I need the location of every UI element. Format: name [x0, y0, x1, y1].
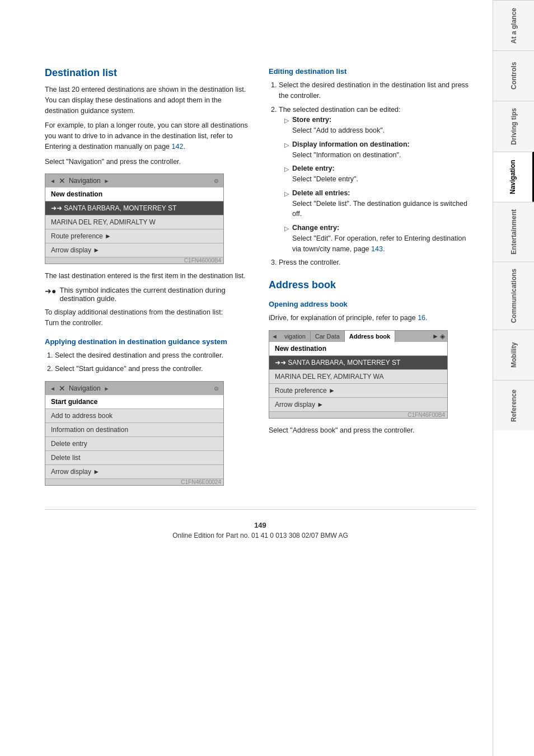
sidebar-tab-mobility[interactable]: Mobility	[493, 330, 534, 380]
bullet-display-info: ▷ Display information on destination:Sel…	[279, 139, 476, 161]
page-link-142[interactable]: 142	[172, 143, 184, 151]
bullet-tri-5: ▷	[284, 224, 289, 233]
applying-step-2: Select "Start guidance" and press the co…	[55, 364, 252, 374]
nav-header-settings: ⚙	[214, 178, 219, 184]
nav2-header-text: Navigation	[69, 384, 101, 392]
nav-row-arrow-display: Arrow display ►	[45, 243, 223, 257]
address-book-intro: iDrive, for explanation of principle, re…	[269, 313, 476, 323]
screen-caption-2: C1FN46E00024	[45, 479, 223, 485]
destination-list-title: Destination list	[45, 67, 252, 79]
bullet-tri-2: ▷	[284, 140, 289, 150]
nav-header-icon: ✕	[59, 176, 65, 185]
sidebar-tab-driving-tips[interactable]: Driving tips	[493, 101, 534, 152]
bullet-delete-all: ▷ Delete all entries:Select "Delete list…	[279, 188, 476, 219]
address-book-instruction: Select "Address book" and press the cont…	[269, 425, 476, 436]
nav-tab-navigation[interactable]: vigation	[280, 331, 311, 342]
nav-row-route-pref: Route preference ►	[45, 229, 223, 243]
editing-destination-title: Editing destination list	[269, 67, 476, 76]
sidebar-tab-entertainment[interactable]: Entertainment	[493, 202, 534, 261]
sidebar-tab-controls[interactable]: Controls	[493, 50, 534, 101]
sidebar-tab-reference[interactable]: Reference	[493, 380, 534, 430]
footer-text: Online Edition for Part no. 01 41 0 013 …	[45, 532, 476, 539]
screen-caption-1: C1FN46000B4	[45, 257, 223, 264]
nav-ab-row-route: Route preference ►	[269, 384, 447, 398]
editing-step-3: Press the controller.	[279, 257, 476, 268]
bullet-change-entry: ▷ Change entry:Select "Edit". For operat…	[279, 223, 476, 254]
nav2-row-delete-entry: Delete entry	[45, 437, 223, 451]
bullet-delete-entry: ▷ Delete entry:Select "Delete entry".	[279, 163, 476, 185]
bullet-tri-1: ▷	[284, 116, 289, 125]
screen-caption-3: C1FN46F00B4	[269, 412, 447, 418]
last-destination-note: The last destination entered is the firs…	[45, 271, 252, 281]
address-book-title: Address book	[269, 279, 476, 291]
nav2-header-arrow-left: ◄	[50, 386, 55, 392]
page-link-16[interactable]: 16	[418, 314, 425, 322]
nav-row-marina: MARINA DEL REY, ADMIRALTY W	[45, 215, 223, 229]
nav-ab-row-santa: ➜➜ SANTA BARBARA, MONTERREY ST	[269, 356, 447, 370]
nav2-header-settings: ⚙	[214, 386, 219, 392]
symbol-text: This symbol indicates the current destin…	[59, 286, 252, 303]
page-number: 149	[45, 521, 476, 529]
nav-ab-arrow-right: ►	[432, 332, 439, 340]
page-link-143[interactable]: 143	[371, 245, 383, 253]
nav2-header-icon: ✕	[59, 384, 65, 393]
nav2-row-start: Start guidance	[45, 395, 223, 409]
nav2-row-delete-list: Delete list	[45, 451, 223, 465]
nav-row-new-dest: New destination	[45, 187, 223, 201]
bullet-tri-4: ▷	[284, 189, 289, 199]
nav2-row-add-book: Add to address book	[45, 409, 223, 423]
applying-step-1: Select the desired destination and press…	[55, 350, 252, 361]
nav-tab-car-data[interactable]: Car Data	[311, 331, 345, 342]
destination-list-intro2: For example, to plan a longer route, you…	[45, 120, 252, 152]
nav2-row-arrow-display: Arrow display ►	[45, 465, 223, 479]
page-footer: 149 Online Edition for Part no. 01 41 0 …	[45, 509, 476, 545]
nav-ab-row-arrow: Arrow display ►	[269, 398, 447, 412]
nav2-row-info: Information on destination	[45, 423, 223, 437]
editing-step-1: Select the desired destination in the de…	[279, 80, 476, 101]
nav-ab-row-marina: MARINA DEL REY, ADMIRALTY WA	[269, 370, 447, 384]
editing-step-2: The selected destination can be edited: …	[279, 105, 476, 255]
nav-header-text: Navigation	[69, 177, 101, 185]
bullet-store-entry: ▷ Store entry:Select "Add to address boo…	[279, 115, 476, 136]
sidebar: At a glance Controls Driving tips Naviga…	[493, 0, 534, 756]
nav-screen-2: ◄ ✕ Navigation ► ⚙ Start guidance Add to…	[45, 381, 224, 486]
nav-ab-row-new-dest: New destination	[269, 342, 447, 356]
dest-symbol-icon: ➜●	[45, 287, 56, 295]
opening-address-book-title: Opening address book	[269, 300, 476, 308]
nav2-header-arrow-right: ►	[104, 386, 110, 392]
destination-list-intro1: The last 20 entered destinations are sho…	[45, 84, 252, 116]
nav-screen-address-book: ◄ vigation Car Data Address book ► ◈ New…	[269, 330, 448, 419]
applying-destination-title: Applying destination in destination guid…	[45, 337, 252, 346]
editing-steps-list: Select the desired destination in the de…	[269, 80, 476, 268]
sidebar-tab-navigation[interactable]: Navigation	[493, 152, 534, 202]
nav-tab-address-book[interactable]: Address book	[345, 331, 395, 342]
applying-steps-list: Select the desired destination and press…	[45, 350, 252, 375]
sidebar-tab-communications[interactable]: Communications	[493, 261, 534, 330]
nav-ab-arrow-left: ◄	[271, 333, 278, 340]
nav-screen-1: ◄ ✕ Navigation ► ⚙ New destination ➜➜ SA…	[45, 173, 224, 264]
sidebar-tab-at-a-glance[interactable]: At a glance	[493, 0, 534, 50]
nav-row-santa-barbara: ➜➜ SANTA BARBARA, MONTERREY ST	[45, 201, 223, 215]
nav-ab-icon: ◈	[440, 332, 445, 340]
bullet-tri-3: ▷	[284, 165, 289, 174]
nav-header-arrow-right: ►	[104, 178, 110, 184]
symbol-paragraph: ➜● This symbol indicates the current des…	[45, 286, 252, 303]
display-additional-note: To display additional destinations from …	[45, 307, 252, 328]
nav-header-arrow-left: ◄	[50, 178, 55, 184]
destination-list-intro3: Select "Navigation" and press the contro…	[45, 157, 252, 167]
